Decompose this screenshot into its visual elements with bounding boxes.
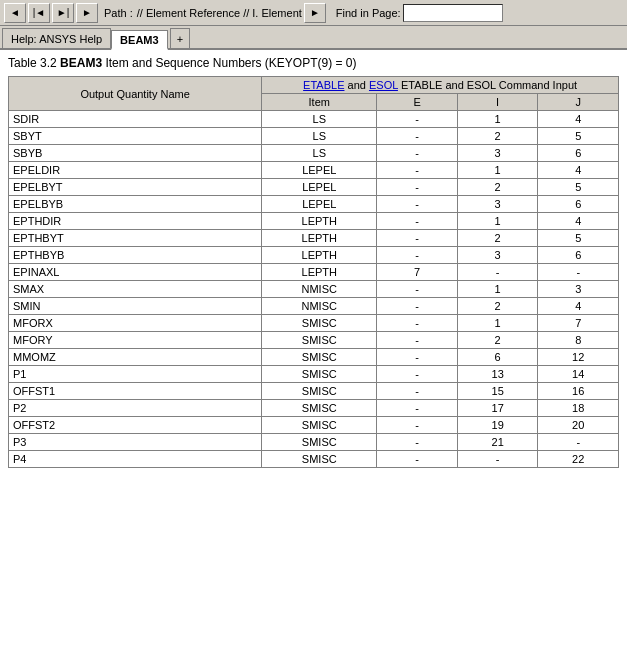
cell-name: EPELBYB — [9, 196, 262, 213]
cell-j: 3 — [538, 281, 619, 298]
cell-item: NMISC — [262, 298, 377, 315]
cell-j: 5 — [538, 179, 619, 196]
cell-item: LS — [262, 145, 377, 162]
cell-j: - — [538, 434, 619, 451]
table-row: SMAXNMISC-13 — [9, 281, 619, 298]
nav-back-button[interactable]: ◄ — [4, 3, 26, 23]
cell-name: MFORX — [9, 315, 262, 332]
cell-i: 17 — [457, 400, 538, 417]
cell-item: SMISC — [262, 434, 377, 451]
cell-name: SBYT — [9, 128, 262, 145]
cell-item: LEPTH — [262, 230, 377, 247]
tab-add-button[interactable]: + — [170, 28, 190, 48]
cell-name: MFORY — [9, 332, 262, 349]
tab-beam3[interactable]: BEAM3 — [111, 30, 168, 50]
cell-e: - — [377, 383, 458, 400]
cell-i: 1 — [457, 281, 538, 298]
cell-e: - — [377, 366, 458, 383]
cell-name: SDIR — [9, 111, 262, 128]
cell-item: LEPTH — [262, 247, 377, 264]
cell-name: EPINAXL — [9, 264, 262, 281]
cell-item: LEPEL — [262, 162, 377, 179]
cell-i: 2 — [457, 298, 538, 315]
title-prefix: Table 3.2 — [8, 56, 60, 70]
cell-j: 5 — [538, 128, 619, 145]
table-row: SBYTLS-25 — [9, 128, 619, 145]
cell-i: 19 — [457, 417, 538, 434]
cell-name: SMAX — [9, 281, 262, 298]
cell-j: 20 — [538, 417, 619, 434]
cell-e: - — [377, 434, 458, 451]
title-bold: BEAM3 — [60, 56, 102, 70]
cell-e: - — [377, 179, 458, 196]
cell-item: SMISC — [262, 400, 377, 417]
cell-e: - — [377, 298, 458, 315]
toolbar: ◄ |◄ ►| ► Path : // Element Reference //… — [0, 0, 627, 26]
content-area: Table 3.2 BEAM3 Item and Sequence Number… — [0, 50, 627, 662]
path-expand-button[interactable]: ► — [304, 3, 326, 23]
cell-j: - — [538, 264, 619, 281]
cell-item: LEPTH — [262, 264, 377, 281]
cell-j: 6 — [538, 247, 619, 264]
table-row: P1SMISC-1314 — [9, 366, 619, 383]
cell-name: P1 — [9, 366, 262, 383]
cell-j: 8 — [538, 332, 619, 349]
cell-e: - — [377, 111, 458, 128]
etable-link[interactable]: ETABLE — [303, 79, 344, 91]
cell-j: 18 — [538, 400, 619, 417]
cell-name: P3 — [9, 434, 262, 451]
table-row: MFORXSMISC-17 — [9, 315, 619, 332]
col-header-j: J — [538, 94, 619, 111]
table-row: MMOMZSMISC-612 — [9, 349, 619, 366]
cell-name: P2 — [9, 400, 262, 417]
cell-name: P4 — [9, 451, 262, 468]
cell-e: - — [377, 128, 458, 145]
cell-e: - — [377, 417, 458, 434]
cell-item: SMISC — [262, 417, 377, 434]
cell-i: 1 — [457, 111, 538, 128]
cell-item: SMISC — [262, 366, 377, 383]
cell-i: 2 — [457, 128, 538, 145]
cell-name: EPTHBYT — [9, 230, 262, 247]
cell-j: 22 — [538, 451, 619, 468]
cell-j: 4 — [538, 213, 619, 230]
cell-i: 15 — [457, 383, 538, 400]
table-row: EPTHBYBLEPTH-36 — [9, 247, 619, 264]
col-header-item: Item — [262, 94, 377, 111]
cell-name: EPELBYT — [9, 179, 262, 196]
cell-item: SMISC — [262, 315, 377, 332]
cell-i: 3 — [457, 196, 538, 213]
cell-item: SMISC — [262, 383, 377, 400]
cell-item: SMISC — [262, 349, 377, 366]
table-row: EPTHDIRLEPTH-14 — [9, 213, 619, 230]
table-row: OFFST2SMISC-1920 — [9, 417, 619, 434]
esol-link[interactable]: ESOL — [369, 79, 398, 91]
table-row: EPINAXLLEPTH7-- — [9, 264, 619, 281]
cell-e: - — [377, 281, 458, 298]
main-table: Output Quantity Name ETABLE and ESOL ETA… — [8, 76, 619, 468]
cell-e: - — [377, 315, 458, 332]
cell-i: - — [457, 264, 538, 281]
cell-i: 21 — [457, 434, 538, 451]
cell-item: SMISC — [262, 332, 377, 349]
cell-item: NMISC — [262, 281, 377, 298]
cell-e: - — [377, 162, 458, 179]
cell-name: SMIN — [9, 298, 262, 315]
cell-name: MMOMZ — [9, 349, 262, 366]
cell-e: - — [377, 400, 458, 417]
cell-i: 3 — [457, 247, 538, 264]
cell-e: - — [377, 145, 458, 162]
cell-j: 12 — [538, 349, 619, 366]
cell-name: OFFST2 — [9, 417, 262, 434]
cell-item: SMISC — [262, 451, 377, 468]
find-input[interactable] — [403, 4, 503, 22]
nav-first-button[interactable]: |◄ — [28, 3, 50, 23]
table-row: SBYBLS-36 — [9, 145, 619, 162]
cell-i: 2 — [457, 332, 538, 349]
cell-j: 14 — [538, 366, 619, 383]
cell-i: 3 — [457, 145, 538, 162]
nav-forward-button[interactable]: ►| — [52, 3, 74, 23]
tab-help[interactable]: Help: ANSYS Help — [2, 28, 111, 48]
nav-next-button[interactable]: ► — [76, 3, 98, 23]
table-row: MFORYSMISC-28 — [9, 332, 619, 349]
